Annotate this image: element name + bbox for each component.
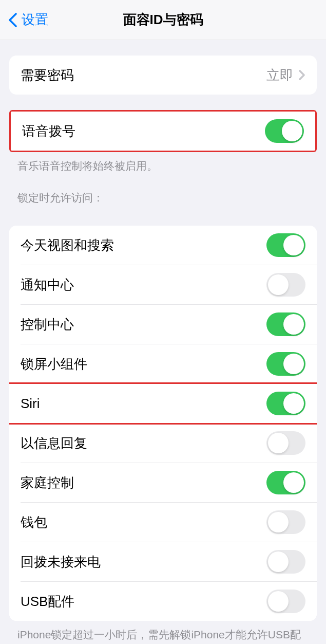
lock-access-cell: Siri [9, 384, 317, 423]
lock-access-label: 今天视图和搜索 [21, 236, 114, 254]
require-passcode-label: 需要密码 [21, 66, 74, 84]
lock-access-toggle[interactable] [266, 590, 305, 613]
lock-access-label: 家庭控制 [21, 474, 74, 492]
lock-access-label: 锁屏小组件 [21, 355, 87, 373]
lock-access-label: USB配件 [21, 593, 74, 611]
lock-access-label: 控制中心 [21, 316, 74, 334]
lock-access-toggle[interactable] [266, 352, 305, 376]
lock-access-cell: 控制中心 [9, 305, 317, 344]
toggle-knob [283, 472, 304, 493]
toggle-knob [268, 591, 289, 612]
chevron-left-icon [8, 12, 17, 28]
lock-access-group: 今天视图和搜索通知中心控制中心锁屏小组件Siri以信息回复家庭控制钱包回拨未接来… [9, 226, 317, 621]
voice-dial-footer: 音乐语音控制将始终被启用。 [0, 152, 326, 173]
toggle-knob [268, 512, 289, 532]
lock-access-cell: 家庭控制 [9, 463, 317, 502]
lock-access-cell: 通知中心 [9, 265, 317, 304]
lock-access-toggle[interactable] [266, 273, 305, 297]
toggle-knob [268, 433, 289, 453]
lock-access-toggle[interactable] [266, 233, 305, 257]
require-passcode-group: 需要密码 立即 [9, 56, 317, 95]
toggle-knob [268, 274, 289, 295]
lock-access-toggle[interactable] [266, 392, 305, 415]
lock-access-toggle[interactable] [266, 312, 305, 336]
lock-access-cell: 以信息回复 [9, 424, 317, 463]
lock-access-cell: USB配件 [9, 582, 317, 621]
back-label: 设置 [22, 11, 48, 29]
lock-access-toggle[interactable] [266, 550, 305, 574]
lock-access-toggle[interactable] [266, 431, 305, 455]
toggle-knob [283, 393, 304, 414]
lock-access-footer: iPhone锁定超过一小时后，需先解锁iPhone才能允许USB配件连接。 [0, 621, 326, 644]
chevron-right-icon [298, 69, 305, 81]
header: 设置 面容ID与密码 [0, 0, 326, 40]
require-passcode-cell[interactable]: 需要密码 立即 [9, 56, 317, 95]
voice-dial-cell: 语音拨号 [11, 112, 315, 151]
voice-dial-label: 语音拨号 [22, 122, 75, 140]
require-passcode-value: 立即 [266, 66, 293, 84]
back-button[interactable]: 设置 [0, 11, 48, 29]
cell-right: 立即 [266, 66, 305, 84]
lock-access-label: 通知中心 [21, 276, 74, 294]
toggle-knob [283, 314, 304, 335]
lock-access-cell: 钱包 [9, 503, 317, 542]
lock-access-cell: 回拨未接来电 [9, 542, 317, 581]
voice-dial-toggle[interactable] [265, 119, 304, 143]
lock-access-cell: 锁屏小组件 [9, 344, 317, 383]
lock-access-cell: 今天视图和搜索 [9, 226, 317, 265]
lock-access-label: 钱包 [21, 513, 47, 531]
lock-access-toggle[interactable] [266, 510, 305, 534]
page-title: 面容ID与密码 [123, 11, 203, 29]
toggle-knob [268, 551, 289, 572]
lock-access-label: 回拨未接来电 [21, 553, 101, 571]
voice-dial-group: 语音拨号 [9, 110, 317, 152]
lock-access-toggle[interactable] [266, 471, 305, 494]
lock-access-label: 以信息回复 [21, 434, 87, 452]
lock-access-label: Siri [21, 396, 40, 412]
toggle-knob [283, 235, 304, 255]
toggle-knob [282, 121, 302, 141]
toggle-knob [283, 354, 304, 374]
lock-access-header: 锁定时允许访问： [0, 173, 326, 210]
